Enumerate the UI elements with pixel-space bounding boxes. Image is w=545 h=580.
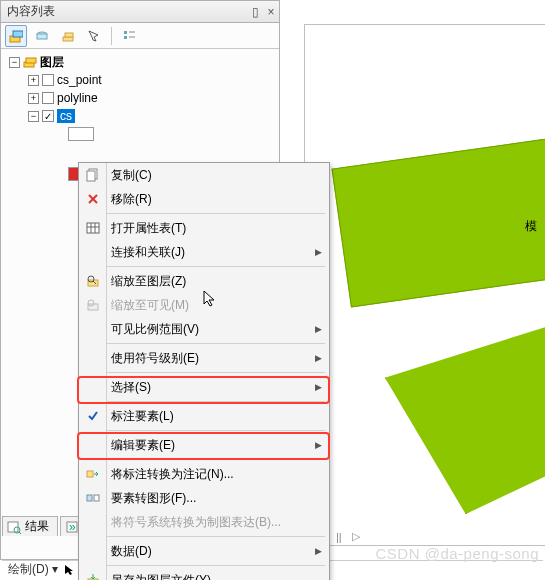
- layer-checkbox[interactable]: ✓: [42, 110, 54, 122]
- layer-checkbox[interactable]: [42, 74, 54, 86]
- menu-item: 将符号系统转换为制图表达(B)...: [79, 510, 329, 534]
- menu-item-label: 将标注转换为注记(N)...: [107, 466, 315, 483]
- symbol-swatch[interactable]: [68, 127, 94, 141]
- svg-rect-25: [87, 471, 93, 477]
- tree-layer-row[interactable]: − ✓ cs: [3, 107, 277, 125]
- menu-separator: [107, 213, 325, 214]
- svg-rect-27: [94, 495, 99, 501]
- toolbar-separator: [111, 27, 112, 45]
- svg-rect-16: [87, 223, 99, 233]
- menu-item[interactable]: 数据(D)▶: [79, 539, 329, 563]
- menu-item[interactable]: 复制(C): [79, 163, 329, 187]
- menu-item-label: 标注要素(L): [107, 408, 315, 425]
- convert-annotation-icon: [79, 467, 107, 481]
- svg-rect-11: [26, 58, 36, 63]
- svg-rect-13: [87, 171, 95, 181]
- menu-item[interactable]: 另存为图层文件(Y)...: [79, 568, 329, 580]
- menu-item: 缩放至可见(M): [79, 293, 329, 317]
- menu-item-label: 将符号系统转换为制图表达(B)...: [107, 514, 315, 531]
- menu-separator: [107, 401, 325, 402]
- copy-icon: [79, 168, 107, 182]
- menu-item-label: 编辑要素(E): [107, 437, 315, 454]
- menu-item[interactable]: 连接和关联(J)▶: [79, 240, 329, 264]
- collapse-icon[interactable]: −: [28, 111, 39, 122]
- menu-item[interactable]: 可见比例范围(V)▶: [79, 317, 329, 341]
- menu-item[interactable]: 选择(S)▶: [79, 375, 329, 399]
- tab-label: 结果: [25, 518, 49, 535]
- close-icon[interactable]: ×: [263, 5, 279, 19]
- menu-item[interactable]: 要素转图形(F)...: [79, 486, 329, 510]
- tree-root[interactable]: − 图层: [3, 53, 277, 71]
- menu-separator: [107, 565, 325, 566]
- submenu-arrow-icon: ▶: [315, 353, 329, 363]
- check-icon: [79, 410, 107, 422]
- tree-layer-row[interactable]: + cs_point: [3, 71, 277, 89]
- menu-item[interactable]: 移除(R): [79, 187, 329, 211]
- layer-label: polyline: [57, 91, 98, 105]
- tree-swatch-row: [3, 125, 277, 143]
- layer-label-selected: cs: [57, 109, 75, 123]
- zoom-layer-icon: [79, 274, 107, 288]
- list-by-visibility-button[interactable]: [57, 25, 79, 47]
- toc-toolbar: [1, 23, 279, 49]
- root-label: 图层: [40, 54, 64, 71]
- panel-title: 内容列表: [7, 3, 247, 20]
- results-icon: [7, 520, 21, 534]
- expand-icon[interactable]: +: [28, 75, 39, 86]
- svg-rect-7: [124, 36, 127, 39]
- menu-item[interactable]: 打开属性表(T): [79, 216, 329, 240]
- menu-separator: [107, 372, 325, 373]
- menu-separator: [107, 459, 325, 460]
- tab-results[interactable]: 结果: [2, 516, 58, 536]
- menu-separator: [107, 536, 325, 537]
- menu-item-label: 连接和关联(J): [107, 244, 315, 261]
- menu-item[interactable]: 缩放至图层(Z): [79, 269, 329, 293]
- list-by-selection-button[interactable]: [83, 25, 105, 47]
- map-label: 模: [525, 218, 537, 235]
- submenu-arrow-icon: ▶: [315, 324, 329, 334]
- zoom-visible-icon: [79, 298, 107, 312]
- svg-rect-3: [37, 34, 47, 39]
- remove-icon: [79, 192, 107, 206]
- menu-item-label: 打开属性表(T): [107, 220, 315, 237]
- menu-item-label: 使用符号级别(E): [107, 350, 315, 367]
- svg-rect-1: [13, 31, 23, 37]
- next-extent-button[interactable]: ▷: [352, 530, 360, 543]
- python-icon: »: [65, 520, 79, 534]
- menu-item-label: 要素转图形(F)...: [107, 490, 315, 507]
- list-by-drawing-order-button[interactable]: [5, 25, 27, 47]
- pointer-tool[interactable]: [64, 564, 76, 576]
- menu-item-label: 移除(R): [107, 191, 315, 208]
- menu-item-label: 可见比例范围(V): [107, 321, 315, 338]
- pause-button[interactable]: ||: [336, 531, 342, 543]
- collapse-icon[interactable]: −: [9, 57, 20, 68]
- table-icon: [79, 221, 107, 235]
- pin-icon[interactable]: ▯: [247, 5, 263, 19]
- panel-title-bar: 内容列表 ▯ ×: [1, 1, 279, 23]
- submenu-arrow-icon: ▶: [315, 440, 329, 450]
- tree-layer-row[interactable]: + polyline: [3, 89, 277, 107]
- layer-label: cs_point: [57, 73, 102, 87]
- save-layer-icon: [79, 573, 107, 580]
- features-to-graphics-icon: [79, 491, 107, 505]
- svg-rect-4: [63, 37, 73, 41]
- layer-checkbox[interactable]: [42, 92, 54, 104]
- menu-item[interactable]: 编辑要素(E)▶: [79, 433, 329, 457]
- menu-item-label: 复制(C): [107, 167, 315, 184]
- menu-item[interactable]: 将标注转换为注记(N)...: [79, 462, 329, 486]
- expand-icon[interactable]: +: [28, 93, 39, 104]
- draw-menu[interactable]: 绘制(D) ▾: [8, 561, 58, 578]
- menu-item-label: 缩放至可见(M): [107, 297, 315, 314]
- svg-rect-26: [87, 495, 92, 501]
- menu-separator: [107, 343, 325, 344]
- options-button[interactable]: [118, 25, 140, 47]
- menu-item[interactable]: 使用符号级别(E)▶: [79, 346, 329, 370]
- svg-text:»: »: [69, 520, 76, 534]
- menu-item-label: 另存为图层文件(Y)...: [107, 572, 315, 581]
- list-by-source-button[interactable]: [31, 25, 53, 47]
- submenu-arrow-icon: ▶: [315, 382, 329, 392]
- menu-separator: [107, 266, 325, 267]
- layer-context-menu: 复制(C)移除(R)打开属性表(T)连接和关联(J)▶缩放至图层(Z)缩放至可见…: [78, 162, 330, 580]
- svg-line-37: [19, 532, 21, 534]
- menu-item[interactable]: 标注要素(L): [79, 404, 329, 428]
